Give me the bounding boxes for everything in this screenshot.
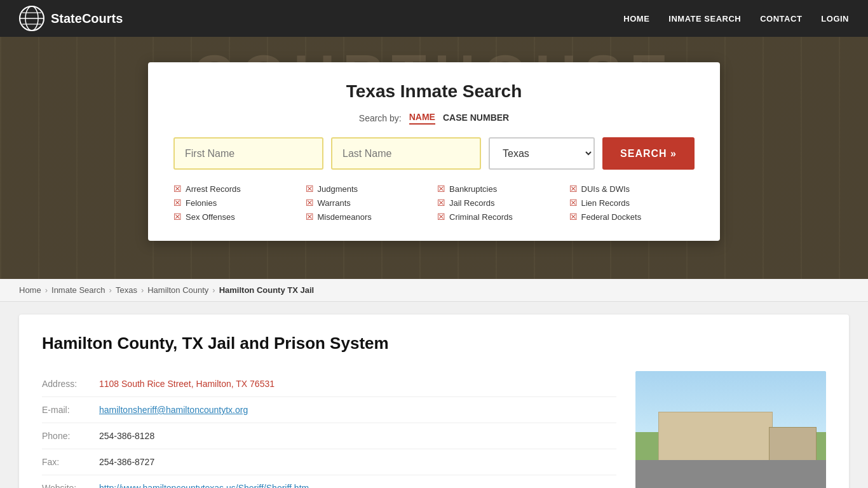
tab-case-number[interactable]: CASE NUMBER	[443, 112, 509, 124]
breadcrumb-sep-2: ›	[109, 285, 112, 295]
feature-item: ☒Criminal Records	[437, 212, 563, 222]
breadcrumb: Home › Inmate Search › Texas › Hamilton …	[0, 279, 868, 302]
info-row: Website: http://www.hamiltoncountytexas.…	[42, 475, 616, 489]
main-nav: HOME INMATE SEARCH CONTACT LOGIN	[623, 14, 849, 24]
check-icon: ☒	[437, 212, 445, 222]
check-icon: ☒	[437, 198, 445, 208]
info-value-cell: http://www.hamiltoncountytexas.us/Sherif…	[99, 475, 616, 489]
search-card: Texas Inmate Search Search by: NAME CASE…	[148, 62, 720, 241]
last-name-input[interactable]	[331, 137, 481, 170]
info-label: Website:	[42, 475, 99, 489]
search-button[interactable]: SEARCH »	[602, 137, 695, 170]
breadcrumb-home[interactable]: Home	[19, 285, 41, 295]
info-label: E-mail:	[42, 397, 99, 423]
feature-item: ☒Warrants	[306, 198, 431, 208]
first-name-input[interactable]	[173, 137, 323, 170]
nav-login[interactable]: LOGIN	[821, 14, 849, 24]
info-table: Address: 1108 South Rice Street, Hamilto…	[42, 371, 616, 488]
feature-item: ☒DUIs & DWIs	[569, 184, 695, 194]
info-row: Address: 1108 South Rice Street, Hamilto…	[42, 371, 616, 397]
info-value-cell: 254-386-8727	[99, 449, 616, 475]
info-value-cell: 254-386-8128	[99, 423, 616, 449]
logo-icon	[19, 6, 44, 31]
check-icon: ☒	[569, 184, 578, 194]
tab-name[interactable]: NAME	[409, 112, 435, 125]
feature-item: ☒Judgments	[306, 184, 431, 194]
nav-inmate-search[interactable]: INMATE SEARCH	[668, 14, 741, 24]
breadcrumb-sep-1: ›	[45, 285, 48, 295]
check-icon: ☒	[306, 212, 314, 222]
check-icon: ☒	[569, 198, 578, 208]
features-grid: ☒Arrest Records☒Judgments☒Bankruptcies☒D…	[173, 184, 695, 222]
nav-home[interactable]: HOME	[623, 14, 649, 24]
check-icon: ☒	[306, 198, 314, 208]
hero-background: COURTHOUSE Texas Inmate Search Search by…	[0, 37, 868, 279]
check-icon: ☒	[173, 212, 182, 222]
content-card: Hamilton County, TX Jail and Prison Syst…	[19, 315, 849, 488]
check-icon: ☒	[173, 198, 182, 208]
breadcrumb-sep-3: ›	[141, 285, 144, 295]
feature-item: ☒Jail Records	[437, 198, 563, 208]
info-value-cell: hamiltonsheriff@hamiltoncountytx.org	[99, 397, 616, 423]
search-inputs: Texas SEARCH »	[173, 137, 695, 170]
site-header: StateCourts HOME INMATE SEARCH CONTACT L…	[0, 0, 868, 37]
info-label: Fax:	[42, 449, 99, 475]
check-icon: ☒	[569, 212, 578, 222]
feature-item: ☒Sex Offenses	[173, 212, 299, 222]
breadcrumb-hamilton-county[interactable]: Hamilton County	[147, 285, 208, 295]
info-link[interactable]: hamiltonsheriff@hamiltoncountytx.org	[99, 405, 248, 415]
info-section: Address: 1108 South Rice Street, Hamilto…	[42, 371, 616, 488]
nav-contact[interactable]: CONTACT	[760, 14, 802, 24]
feature-item: ☒Arrest Records	[173, 184, 299, 194]
breadcrumb-inmate-search[interactable]: Inmate Search	[51, 285, 105, 295]
card-title: Texas Inmate Search	[173, 81, 695, 102]
info-label: Phone:	[42, 423, 99, 449]
info-value-cell: 1108 South Rice Street, Hamilton, TX 765…	[99, 371, 616, 397]
feature-item: ☒Misdemeanors	[306, 212, 431, 222]
info-row: Phone: 254-386-8128	[42, 423, 616, 449]
info-row: Fax: 254-386-8727	[42, 449, 616, 475]
info-value: 254-386-8128	[99, 431, 154, 441]
content-title: Hamilton County, TX Jail and Prison Syst…	[42, 334, 826, 353]
check-icon: ☒	[437, 184, 445, 194]
check-icon: ☒	[306, 184, 314, 194]
state-select[interactable]: Texas	[489, 137, 595, 170]
feature-item: ☒Federal Dockets	[569, 212, 695, 222]
jail-image	[635, 371, 826, 488]
feature-item: ☒Lien Records	[569, 198, 695, 208]
breadcrumb-current: Hamilton County TX Jail	[219, 285, 315, 295]
info-value: 254-386-8727	[99, 457, 154, 467]
check-icon: ☒	[173, 184, 182, 194]
content-layout: Address: 1108 South Rice Street, Hamilto…	[42, 371, 826, 488]
feature-item: ☒Felonies	[173, 198, 299, 208]
info-row: E-mail: hamiltonsheriff@hamiltoncountytx…	[42, 397, 616, 423]
site-name: StateCourts	[51, 11, 123, 26]
info-value-address: 1108 South Rice Street, Hamilton, TX 765…	[99, 379, 275, 389]
search-by-row: Search by: NAME CASE NUMBER	[173, 112, 695, 125]
search-by-label: Search by:	[359, 113, 402, 123]
logo-area: StateCourts	[19, 6, 123, 31]
breadcrumb-sep-4: ›	[212, 285, 215, 295]
info-label: Address:	[42, 371, 99, 397]
breadcrumb-texas[interactable]: Texas	[116, 285, 137, 295]
info-link[interactable]: http://www.hamiltoncountytexas.us/Sherif…	[99, 483, 309, 488]
feature-item: ☒Bankruptcies	[437, 184, 563, 194]
main-content: Hamilton County, TX Jail and Prison Syst…	[0, 302, 868, 488]
